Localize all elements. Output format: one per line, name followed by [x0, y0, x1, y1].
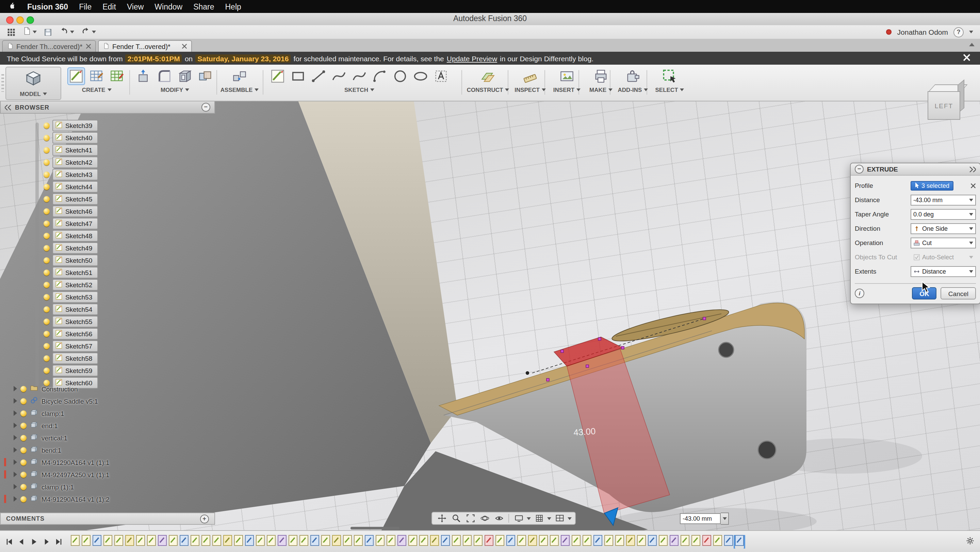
timeline-feature-20[interactable]: [278, 535, 286, 548]
combine-icon[interactable]: [197, 67, 215, 85]
timeline-feature-48[interactable]: [582, 535, 592, 548]
browser-sketch-row[interactable]: Sketch56: [0, 328, 215, 340]
ellipse-icon[interactable]: [412, 67, 430, 85]
visibility-bulb-icon[interactable]: [43, 269, 50, 275]
browser-collapse-icon[interactable]: −: [202, 103, 210, 111]
visibility-bulb-icon[interactable]: [21, 459, 27, 465]
timeline-feature-57[interactable]: [681, 535, 689, 548]
browser-component-row[interactable]: M4-91290A164 v1 (1):1: [0, 456, 215, 468]
visibility-bulb-icon[interactable]: [43, 245, 50, 251]
browser-sketch-row[interactable]: Sketch53: [0, 291, 215, 303]
arc-icon[interactable]: [371, 67, 388, 85]
toolbar-grip[interactable]: [2, 74, 4, 92]
menu-view[interactable]: View: [127, 2, 143, 11]
visibility-bulb-icon[interactable]: [43, 147, 50, 153]
tab-close-icon[interactable]: [182, 43, 187, 50]
operation-dropdown[interactable]: Cut: [911, 237, 976, 248]
tab-overflow-icon[interactable]: [969, 43, 975, 46]
profile-selection-chip[interactable]: 3 selected: [911, 181, 953, 190]
look-at-icon[interactable]: [493, 513, 505, 523]
timeline-feature-44[interactable]: [539, 535, 548, 548]
browser-component-row[interactable]: Bicycle Saddle v5:1: [0, 395, 215, 407]
timeline-skip-start-button[interactable]: [4, 536, 15, 547]
timeline-feature-31[interactable]: [398, 535, 406, 548]
browser-sketch-row[interactable]: Sketch47: [0, 217, 215, 229]
timeline-step-forward-button[interactable]: [41, 536, 52, 547]
comments-bar[interactable]: COMMENTS +: [0, 512, 215, 525]
info-icon[interactable]: i: [855, 289, 864, 298]
timeline-feature-53[interactable]: [637, 535, 646, 548]
visibility-bulb-icon[interactable]: [43, 367, 50, 373]
timeline-feature-21[interactable]: [288, 535, 298, 548]
model-hole[interactable]: [758, 441, 776, 459]
visibility-bulb-icon[interactable]: [43, 196, 50, 202]
timeline-feature-36[interactable]: [452, 535, 461, 548]
timeline-feature-15[interactable]: [223, 535, 232, 548]
create-sketch-icon[interactable]: [67, 67, 85, 85]
rectangle-icon[interactable]: [289, 67, 307, 85]
visibility-bulb-icon[interactable]: [21, 447, 27, 453]
timeline-feature-1[interactable]: [71, 535, 80, 548]
timeline-feature-37[interactable]: [463, 535, 472, 548]
fillet-icon[interactable]: [156, 67, 173, 85]
timeline-feature-58[interactable]: [692, 535, 700, 548]
visibility-bulb-icon[interactable]: [43, 257, 50, 263]
timeline-feature-40[interactable]: [495, 535, 504, 548]
user-account-button[interactable]: Jonathan Odom: [897, 28, 948, 36]
dialog-expand-icon[interactable]: [969, 166, 976, 172]
browser-sketch-row[interactable]: Sketch58: [0, 352, 215, 364]
visibility-bulb-icon[interactable]: [43, 306, 50, 312]
visibility-bulb-icon[interactable]: [43, 208, 50, 214]
browser-sketch-row[interactable]: Sketch55: [0, 315, 215, 328]
timeline-feature-13[interactable]: [202, 535, 210, 548]
timeline-feature-26[interactable]: [343, 535, 352, 548]
orbit-icon[interactable]: [479, 513, 491, 523]
browser-sketch-row[interactable]: Sketch54: [0, 303, 215, 315]
sketch-text-icon[interactable]: [432, 67, 450, 85]
browser-sketch-row[interactable]: Sketch42: [0, 156, 215, 168]
expand-arrow-icon[interactable]: [14, 398, 17, 404]
circle-icon[interactable]: [391, 67, 409, 85]
taper-angle-input[interactable]: 0.0 deg: [911, 208, 976, 220]
timeline-feature-17[interactable]: [245, 535, 254, 548]
offset-value-input[interactable]: -43.00 mm: [680, 513, 721, 524]
browser-scrollbar[interactable]: [35, 122, 39, 387]
timeline-play-button[interactable]: [29, 536, 40, 547]
control-spline-icon[interactable]: [350, 67, 368, 85]
display-settings-icon[interactable]: [512, 513, 525, 523]
save-button[interactable]: [43, 27, 52, 37]
timeline-feature-35[interactable]: [441, 535, 450, 548]
timeline-feature-28[interactable]: [365, 535, 374, 548]
update-preview-link[interactable]: Update Preview: [447, 54, 497, 62]
menu-help[interactable]: Help: [225, 2, 241, 11]
viewports-icon[interactable]: [553, 513, 566, 523]
sketch-palette-icon[interactable]: [269, 67, 286, 85]
menu-file[interactable]: File: [79, 2, 92, 11]
timeline-feature-60[interactable]: [713, 535, 722, 548]
timeline-feature-12[interactable]: [191, 535, 199, 548]
timeline-scrollbar[interactable]: [350, 527, 399, 530]
expand-arrow-icon[interactable]: [14, 484, 17, 489]
distance-input[interactable]: -43.00 mm: [911, 194, 976, 205]
timeline-feature-11[interactable]: [180, 535, 189, 548]
timeline-feature-5[interactable]: [115, 535, 123, 548]
timeline-feature-10[interactable]: [169, 535, 178, 548]
spline-icon[interactable]: [330, 67, 348, 85]
timeline-feature-32[interactable]: [408, 535, 417, 548]
visibility-bulb-icon[interactable]: [21, 398, 27, 404]
browser-sketch-row[interactable]: Sketch41: [0, 144, 215, 156]
timeline-feature-33[interactable]: [419, 535, 428, 548]
visibility-bulb-icon[interactable]: [43, 343, 50, 349]
timeline-feature-29[interactable]: [375, 535, 385, 548]
visibility-bulb-icon[interactable]: [43, 232, 50, 239]
expand-arrow-icon[interactable]: [14, 435, 17, 441]
visibility-bulb-icon[interactable]: [43, 318, 50, 325]
insert-media-icon[interactable]: [558, 67, 576, 85]
browser-sketch-row[interactable]: Sketch57: [0, 340, 215, 352]
shell-icon[interactable]: [176, 67, 194, 85]
timeline-feature-59[interactable]: [702, 535, 711, 548]
visibility-bulb-icon[interactable]: [43, 282, 50, 288]
browser-sketch-row[interactable]: Sketch46: [0, 205, 215, 217]
browser-component-row[interactable]: Construction: [0, 383, 215, 395]
timeline-feature-49[interactable]: [593, 535, 602, 548]
